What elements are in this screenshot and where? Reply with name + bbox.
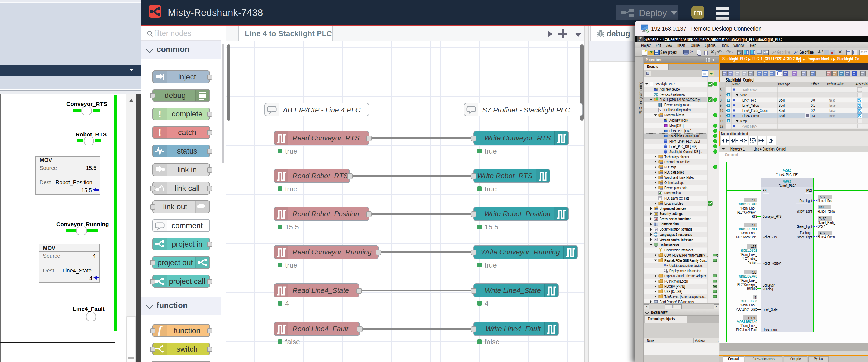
svg-text:Ungrouped devices: Ungrouped devices [659, 206, 686, 211]
svg-text:Static: Static [740, 92, 747, 98]
svg-text:"From_Line4_: "From_Line4_ [741, 231, 757, 235]
svg-text:Main [OB1]: Main [OB1] [669, 123, 684, 128]
svg-text:11: 11 [720, 113, 723, 118]
svg-text:PC internal [Local]: PC internal [Local] [664, 279, 688, 284]
svg-text:Online backups: Online backups [664, 180, 684, 185]
svg-text:9: 9 [720, 103, 721, 108]
svg-text:6: 6 [720, 87, 721, 92]
svg-text:"From_Line4_: "From_Line4_ [741, 278, 757, 282]
svg-text:%DB1.DBD2: %DB1.DBD2 [741, 248, 757, 253]
svg-text:false: false [829, 108, 835, 113]
svg-text:Line4_Fault: Line4_Fault [763, 328, 777, 332]
svg-text:Display/hide interfaces: Display/hide interfaces [664, 248, 693, 253]
svg-text:Robot_RTS: Robot_RTS [763, 234, 777, 240]
svg-text:Online & diagnostics: Online & diagnostics [664, 108, 690, 112]
svg-text:"From_Line4_: "From_Line4_ [741, 303, 757, 307]
svg-text:7: 7 [720, 92, 721, 98]
svg-text:Line 4 Stacklight Control: Line 4 Stacklight Control [753, 147, 786, 151]
svg-text:"Line4_PLC": "Line4_PLC" [779, 183, 796, 188]
svg-text:#Line4_Yellow: #Line4_Yellow [818, 209, 835, 214]
svg-text:Position: Position [748, 260, 757, 265]
svg-text:Comment: Comment [725, 152, 738, 157]
svg-text:PLC".Line4_Fault: PLC".Line4_Fault [736, 328, 757, 332]
svg-text:"From_Line4_: "From_Line4_ [741, 206, 757, 211]
svg-text:"Line4_PLC_DB": "Line4_PLC_DB" [776, 172, 798, 177]
svg-text:EN: EN [763, 188, 767, 193]
svg-text:TeleService [Automatic protoco: TeleService [Automatic protoco... [664, 294, 706, 299]
svg-text:Line4_Green: Line4_Green [742, 113, 759, 118]
svg-text:Line4_Fault: Line4_Fault [73, 306, 105, 312]
svg-text:Hyper-V Virtual Ethernet Adapt: Hyper-V Virtual Ethernet Adapter [664, 274, 706, 278]
svg-text:false: false [829, 113, 835, 118]
svg-text:PLC".Robot_RTS: PLC".Robot_RTS [736, 235, 757, 239]
svg-text:<Add new>: <Add new> [742, 124, 757, 129]
svg-text:Program blocks: Program blocks [664, 113, 684, 118]
svg-text:0.3: 0.3 [811, 113, 815, 118]
svg-text:Line4_State: Line4_State [763, 307, 777, 312]
svg-text:%DB1.DBX0.1: %DB1.DBX0.1 [739, 226, 757, 231]
svg-text:Program info: Program info [664, 191, 681, 195]
svg-text:Display more information: Display more information [669, 268, 701, 273]
svg-text:PLC tags: PLC tags [664, 165, 676, 170]
svg-text:Bool: Bool [779, 108, 784, 113]
svg-text:MOV: MOV [40, 157, 52, 163]
svg-text:Green_Light: Green_Light [797, 234, 812, 240]
svg-text:Robot_Position: Robot_Position [763, 261, 781, 266]
svg-text:TRUE: TRUE [818, 205, 825, 209]
svg-text:??: ?? [751, 139, 755, 142]
svg-text:0.2: 0.2 [811, 108, 815, 113]
svg-text:Documentation settings: Documentation settings [659, 227, 692, 232]
svg-text:"From_Line4_: "From_Line4_ [741, 323, 757, 328]
svg-text:Dest: Dest [43, 268, 54, 274]
svg-text:#Line4_Red: #Line4_Red [818, 198, 832, 203]
svg-text:PLC_1 [CPU 1212C AC/DC/Rly]: PLC_1 [CPU 1212C AC/DC/Rly] [659, 97, 701, 102]
svg-text:Bool: Bool [779, 98, 784, 103]
svg-text:Green: Green [818, 224, 825, 228]
svg-text:External source files: External source files [664, 160, 690, 164]
svg-text:false: false [829, 103, 835, 108]
svg-text:PLC data types: PLC data types [664, 170, 684, 175]
svg-text:Device configuration: Device configuration [664, 102, 690, 107]
svg-text:Conveyor_RTS: Conveyor_RTS [66, 101, 107, 107]
svg-text:Default value: Default value [827, 82, 844, 87]
svg-text:Devices & networks: Devices & networks [659, 92, 685, 97]
svg-text:8: 8 [720, 98, 721, 103]
svg-text:COM [RS232/PPI multi-master c.: COM [RS232/PPI multi-master c... [664, 253, 708, 258]
svg-text:Conveyor_Running: Conveyor_Running [56, 221, 109, 227]
svg-text:Line4_State: Line4_State [62, 268, 92, 274]
svg-text:?: ? [666, 264, 668, 268]
svg-text:Add new block: Add new block [669, 118, 688, 123]
svg-text:Watch and force tables: Watch and force tables [664, 175, 694, 180]
svg-text:Source: Source [40, 165, 57, 171]
svg-text:Running: Running [747, 286, 757, 290]
svg-text:false: false [829, 98, 835, 103]
svg-text:%DB1.DBX0.0: %DB1.DBX0.0 [739, 202, 757, 206]
svg-text:PLC".Line4_State: PLC".Line4_State [736, 307, 757, 311]
svg-text:15.5: 15.5 [81, 187, 92, 193]
svg-text:RTS: RTS [752, 214, 757, 219]
svg-text:Line4_Yellow: Line4_Yellow [742, 103, 759, 108]
svg-text:Add new device: Add new device [659, 87, 680, 92]
svg-text:Stacklight_Control [FB1]: Stacklight_Control [FB1] [669, 133, 700, 138]
svg-text:Yellow_Light: Yellow_Light [797, 209, 812, 214]
svg-text:<Add new>: <Add new> [742, 87, 757, 92]
svg-text:✶: ✶ [655, 87, 658, 90]
svg-text:%DB1.DBD8: %DB1.DBD8 [741, 299, 757, 304]
svg-text:Flashing_: Flashing_ [800, 230, 812, 235]
svg-text:Line4_Flash_Green: Line4_Flash_Green [742, 108, 768, 113]
svg-text:USB [S7USB]: USB [S7USB] [664, 289, 682, 294]
svg-text:Version control interface: Version control interface [659, 237, 693, 242]
svg-text:✶: ✶ [665, 118, 668, 121]
svg-text:No condition defined.: No condition defined. [721, 132, 749, 136]
svg-text:Languages & resources: Languages & resources [659, 232, 692, 237]
svg-text:Robot_RTS: Robot_RTS [75, 131, 106, 137]
svg-text:0.0: 0.0 [811, 98, 815, 103]
svg-text:Line4_PLC [FB2]: Line4_PLC [FB2] [669, 128, 691, 133]
svg-text:Stacklight_PLC: Stacklight_PLC [655, 82, 675, 87]
svg-text:Online access: Online access [659, 243, 679, 247]
svg-text:15.5: 15.5 [86, 165, 96, 171]
svg-text:Network 1:: Network 1: [731, 147, 746, 151]
svg-text:Stacklight_Control_DB [...: Stacklight_Control_DB [... [669, 149, 702, 154]
svg-text:MOV: MOV [43, 245, 56, 251]
svg-text:Running: Running [763, 287, 773, 291]
